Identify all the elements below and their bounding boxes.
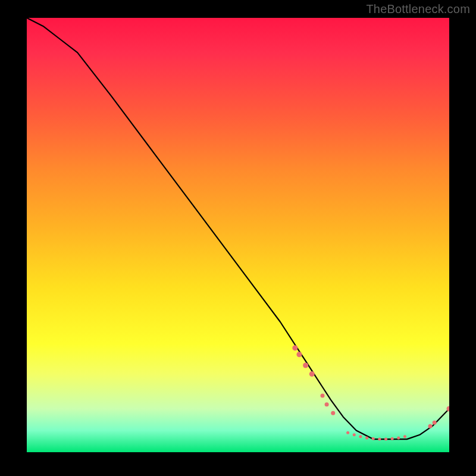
data-marker: [325, 402, 329, 406]
data-marker: [303, 363, 308, 368]
data-marker: [384, 438, 387, 441]
data-marker: [428, 424, 433, 428]
data-marker: [433, 421, 437, 425]
data-marker: [391, 437, 394, 440]
data-marker: [296, 352, 302, 357]
watermark-label: TheBottleneck.com: [366, 2, 470, 16]
data-marker: [365, 436, 368, 439]
data-marker: [346, 431, 349, 434]
data-marker: [378, 438, 381, 441]
data-marker: [372, 437, 375, 440]
data-marker: [397, 436, 400, 439]
bottleneck-curve: [27, 18, 449, 439]
chart-overlay: [27, 18, 449, 452]
data-marker: [331, 411, 335, 415]
data-marker: [403, 435, 406, 438]
data-marker: [353, 433, 356, 436]
data-marker: [359, 435, 362, 438]
data-marker: [309, 371, 315, 377]
data-markers: [292, 345, 449, 440]
data-marker: [292, 345, 298, 350]
chart-container: [27, 18, 449, 452]
plot-area: [27, 18, 449, 452]
data-marker: [321, 394, 325, 398]
